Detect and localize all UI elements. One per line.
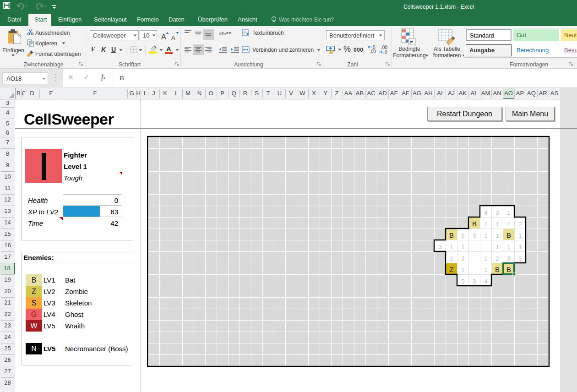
svg-text:1: 1 <box>462 244 465 250</box>
svg-text:1: 1 <box>519 244 522 250</box>
svg-text:3: 3 <box>473 233 476 239</box>
svg-text:1: 1 <box>507 210 511 216</box>
svg-text:1: 1 <box>484 221 488 228</box>
svg-text:1: 1 <box>496 244 499 250</box>
svg-text:3: 3 <box>439 244 442 250</box>
svg-text:5: 5 <box>462 278 465 285</box>
svg-text:ab: ab <box>219 31 224 36</box>
svg-text:1: 1 <box>496 221 499 228</box>
svg-text:B: B <box>449 231 454 239</box>
svg-text:3: 3 <box>496 210 499 216</box>
svg-text:2: 2 <box>519 221 522 228</box>
svg-text:B: B <box>506 231 511 239</box>
svg-text:1: 1 <box>484 267 488 273</box>
svg-text:B: B <box>472 220 477 228</box>
svg-text:2: 2 <box>462 256 465 262</box>
svg-text:2: 2 <box>496 256 499 262</box>
svg-text:2: 2 <box>450 256 453 262</box>
svg-text:5: 5 <box>462 233 465 239</box>
svg-text:3: 3 <box>519 256 522 262</box>
svg-text:4: 4 <box>484 278 488 285</box>
svg-text:1: 1 <box>484 233 488 239</box>
svg-text:3: 3 <box>473 278 476 285</box>
svg-text:1: 1 <box>484 256 488 262</box>
svg-text:,0: ,0 <box>383 49 387 54</box>
svg-text:1: 1 <box>496 233 499 239</box>
svg-text:B: B <box>495 266 500 273</box>
svg-text:1: 1 <box>519 233 522 239</box>
svg-text:B: B <box>506 266 511 273</box>
svg-text:4: 4 <box>484 210 488 216</box>
svg-text:0: 0 <box>373 45 376 50</box>
svg-text:2: 2 <box>462 267 465 273</box>
svg-text:1: 1 <box>450 244 453 250</box>
svg-text:≠: ≠ <box>410 39 413 45</box>
svg-text:1: 1 <box>507 244 511 250</box>
svg-text:Z: Z <box>449 266 453 273</box>
svg-text:3: 3 <box>507 256 511 262</box>
svg-text:1: 1 <box>507 221 511 228</box>
